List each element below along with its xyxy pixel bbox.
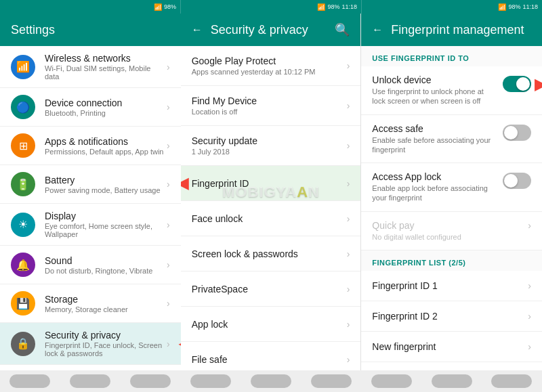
status-bar-left: 📶 98% <box>0 0 181 14</box>
fingerprint-body: USE FINGERPRINT ID TO Unlock device Use … <box>361 46 542 370</box>
nav-back-btn[interactable] <box>9 374 50 388</box>
fingerprint-red-arrow: ◀ <box>181 175 188 192</box>
fp-list-item-1[interactable]: Fingerprint ID 1 › <box>361 271 542 301</box>
settings-panel: Settings 📶 Wireless & networks Wi-Fi, Du… <box>0 14 181 370</box>
fp-control-unlock[interactable]: Unlock device Use fingerprint to unlock … <box>361 66 542 115</box>
nav-back-btn2[interactable] <box>190 374 231 388</box>
access-applock-toggle[interactable] <box>503 173 531 189</box>
back-arrow-icon[interactable]: ← <box>192 24 203 36</box>
sidebar-item-apps[interactable]: ⊞ Apps & notifications Permissions, Defa… <box>0 127 181 165</box>
device-connection-icon: 🔵 <box>11 95 35 119</box>
arrow-icon: › <box>167 102 170 112</box>
security-item-app-lock[interactable]: App lock › <box>181 307 361 342</box>
security-item-find-my-device[interactable]: Find My Device Location is off › <box>181 86 361 126</box>
nav-recents-btn2[interactable] <box>311 374 352 388</box>
fp-control-quickpay: Quick pay No digital wallet configured › <box>361 212 542 251</box>
sound-icon: 🔔 <box>11 253 35 277</box>
display-icon: ☀ <box>11 213 35 237</box>
sidebar-item-storage[interactable]: 💾 Storage Memory, Storage cleaner › <box>0 284 181 323</box>
arrow-icon: › <box>167 339 170 349</box>
security-icon: 🔒 <box>11 332 35 356</box>
fp-list-item-new[interactable]: New fingerprint › <box>361 332 542 362</box>
sidebar-item-battery[interactable]: 🔋 Battery Power saving mode, Battery usa… <box>0 165 181 204</box>
settings-header: Settings <box>0 14 181 46</box>
fp-back-arrow-icon[interactable]: ← <box>372 24 383 36</box>
sidebar-item-wireless[interactable]: 📶 Wireless & networks Wi-Fi, Dual SIM se… <box>0 46 181 88</box>
fingerprint-panel: ← Fingerprint management USE FINGERPRINT… <box>361 14 542 370</box>
status-bar-middle: 📶 98% 11:18 <box>181 0 362 14</box>
access-safe-toggle[interactable] <box>503 125 531 141</box>
security-item-security-update[interactable]: Security update 1 July 2018 › <box>181 126 361 166</box>
arrow-icon: › <box>167 298 170 309</box>
unlock-red-arrow: ▶ <box>535 76 542 93</box>
fp-control-safe[interactable]: Access safe Enable safe before associati… <box>361 115 542 164</box>
arrow-icon: › <box>167 140 170 151</box>
arrow-icon: › <box>167 62 170 72</box>
nav-home-btn3[interactable] <box>432 374 472 388</box>
nav-recents-btn3[interactable] <box>491 374 532 388</box>
wireless-icon: 📶 <box>11 55 35 79</box>
fp-list-section-header: FINGERPRINT LIST (2/5) <box>361 251 542 271</box>
security-panel-title: Security & privacy <box>211 23 308 37</box>
sidebar-item-sound[interactable]: 🔔 Sound Do not disturb, Ringtone, Vibrat… <box>0 246 181 284</box>
arrow-icon: › <box>167 179 170 190</box>
fingerprint-panel-title: Fingerprint management <box>391 23 524 37</box>
security-panel: ← Security & privacy 🔍 Google Play Prote… <box>181 14 362 370</box>
nav-back-btn3[interactable] <box>371 374 412 388</box>
quickpay-arrow: › <box>528 220 531 231</box>
sidebar-item-display[interactable]: ☀ Display Eye comfort, Home screen style… <box>0 204 181 246</box>
search-icon[interactable]: 🔍 <box>335 22 350 37</box>
fp-list-item-identify[interactable]: Identify fingerprint › <box>361 362 542 370</box>
apps-icon: ⊞ <box>11 133 35 158</box>
battery-icon: 🔋 <box>11 172 35 196</box>
nav-recents-btn[interactable] <box>130 374 171 388</box>
security-item-file-safe[interactable]: File safe › <box>181 342 361 370</box>
status-bar-right: 📶 98% 11:18 <box>362 0 542 14</box>
fp-list-item-2[interactable]: Fingerprint ID 2 › <box>361 301 542 332</box>
security-item-face-unlock[interactable]: Face unlock › <box>181 201 361 236</box>
sidebar-item-security[interactable]: 🔒 Security & privacy Fingerprint ID, Fac… <box>0 323 181 365</box>
settings-list: 📶 Wireless & networks Wi-Fi, Dual SIM se… <box>0 46 181 370</box>
status-bar: 📶 98% 📶 98% 11:18 📶 98% 11:18 <box>0 0 542 14</box>
security-item-play-protect[interactable]: Google Play Protect Apps scanned yesterd… <box>181 46 361 86</box>
use-fp-section-header: USE FINGERPRINT ID TO <box>361 46 542 66</box>
unlock-device-toggle[interactable] <box>503 76 531 92</box>
nav-home-btn2[interactable] <box>251 374 291 388</box>
fingerprint-panel-header: ← Fingerprint management <box>361 14 542 46</box>
arrow-icon: › <box>167 219 170 230</box>
sidebar-item-users[interactable]: 👤 Users & accounts Users, Cloud, Account… <box>0 365 181 370</box>
nav-home-btn[interactable] <box>70 374 110 388</box>
storage-icon: 💾 <box>11 291 35 315</box>
security-item-fingerprint[interactable]: Fingerprint ID › ◀ <box>181 166 361 201</box>
arrow-icon: › <box>167 259 170 270</box>
security-item-screen-lock[interactable]: Screen lock & passwords › <box>181 236 361 271</box>
security-list: Google Play Protect Apps scanned yesterd… <box>181 46 361 370</box>
nav-bar <box>0 370 542 392</box>
security-item-private-space[interactable]: PrivateSpace › <box>181 271 361 307</box>
sidebar-item-device-connection[interactable]: 🔵 Device connection Bluetooth, Printing … <box>0 88 181 127</box>
fp-control-applock[interactable]: Access App lock Enable app lock before a… <box>361 163 542 212</box>
security-panel-header: ← Security & privacy 🔍 <box>181 14 361 46</box>
settings-title: Settings <box>11 23 55 37</box>
